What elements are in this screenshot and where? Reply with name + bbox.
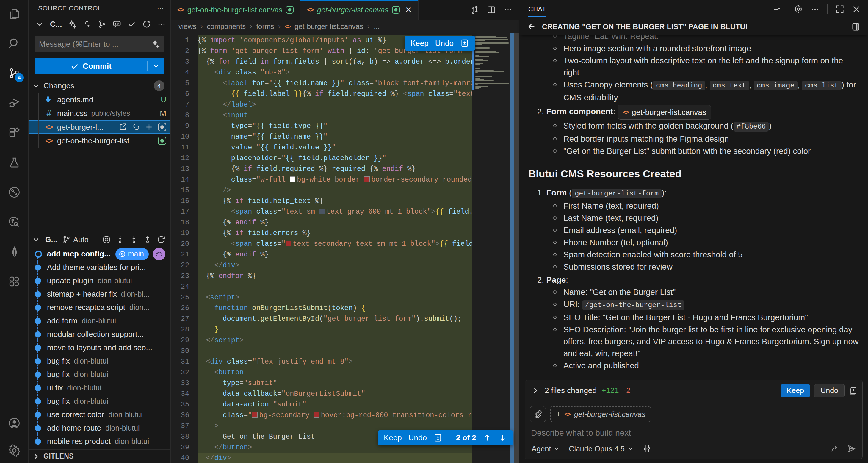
changes-section-header[interactable]: Changes 4	[29, 79, 170, 93]
breadcrumb-item[interactable]: views	[179, 22, 196, 31]
close-tab-icon[interactable]: ✕	[405, 5, 412, 14]
attached-file-chip[interactable]: + <> get-burger-list.canvas	[550, 406, 651, 422]
editor-tab[interactable]: <>get-burger-list.canvas✕	[301, 0, 418, 20]
paperclip-icon[interactable]	[530, 406, 546, 422]
redo-arrow-icon[interactable]	[830, 444, 839, 453]
file-row[interactable]: #main.csspublic/stylesM	[29, 106, 170, 120]
expand-icon[interactable]	[835, 5, 844, 14]
diff-file-icon[interactable]	[433, 433, 442, 442]
breadcrumb-item[interactable]: ...	[374, 22, 379, 31]
refresh-icon[interactable]	[157, 235, 166, 244]
undo-button[interactable]: Undo	[435, 39, 454, 48]
branch-create-icon[interactable]	[83, 20, 92, 29]
commit-row[interactable]: bug fixdion-blutui	[29, 354, 170, 368]
keep-button[interactable]: Keep	[410, 39, 429, 48]
more-icon[interactable]	[157, 20, 166, 29]
git-graph-circle-icon[interactable]	[7, 185, 22, 199]
open-in-editor-icon[interactable]	[851, 22, 860, 31]
blocks-icon[interactable]	[7, 274, 22, 289]
cloud-sync-icon[interactable]	[153, 248, 165, 260]
close-icon[interactable]	[852, 5, 861, 14]
diff-file-icon[interactable]	[849, 386, 858, 395]
account-icon[interactable]	[7, 416, 22, 430]
open-file-icon[interactable]	[119, 123, 127, 131]
extensions-icon[interactable]	[7, 126, 22, 140]
chevron-right-icon[interactable]	[531, 386, 540, 395]
commit-button[interactable]: Commit	[34, 58, 164, 74]
commit-row[interactable]: ui fixdion-blutui	[29, 381, 170, 395]
chat-more-icon[interactable]	[811, 5, 819, 14]
chat-tab[interactable]: CHAT	[528, 0, 546, 19]
more-icon[interactable]	[504, 5, 513, 14]
editor-scrollbar[interactable]	[514, 33, 519, 463]
breadcrumb[interactable]: views›components›forms›<>get-burger-list…	[171, 20, 519, 33]
editor-tab[interactable]: <>get-on-the-burger-list.canvas	[171, 0, 301, 20]
check-icon[interactable]	[127, 20, 136, 29]
tools-icon[interactable]	[643, 444, 651, 453]
git-graph-search-icon[interactable]	[7, 215, 22, 229]
commit-row[interactable]: sitemap + header fixdion-bl...	[29, 287, 170, 301]
breadcrumb-item[interactable]: forms	[256, 22, 274, 31]
auto-label[interactable]: Auto	[73, 235, 88, 244]
commit-row[interactable]: modular collection support...	[29, 328, 170, 341]
commit-message-icon[interactable]	[113, 20, 121, 29]
run-debug-icon[interactable]	[7, 96, 22, 110]
breadcrumb-item[interactable]: get-burger-list.canvas	[294, 22, 363, 31]
split-editor-icon[interactable]	[487, 5, 496, 14]
file-row[interactable]: agents.mdU	[29, 93, 170, 106]
refresh-icon[interactable]	[142, 20, 151, 29]
agent-mode-dropdown[interactable]: Agent	[532, 444, 560, 453]
model-dropdown[interactable]: Claude Opus 4.5	[569, 444, 633, 453]
target-icon[interactable]	[102, 235, 111, 244]
send-icon[interactable]	[847, 444, 856, 453]
diff-file-icon[interactable]	[460, 39, 469, 48]
graph-section-header[interactable]: G... Auto	[29, 233, 170, 247]
files-changed-summary[interactable]: 2 files changed	[545, 386, 597, 395]
commit-row[interactable]: remove recaptca scriptdion...	[29, 301, 170, 314]
commit-message-input[interactable]	[39, 39, 151, 49]
undo-button[interactable]: Undo	[408, 433, 427, 442]
source-control-icon[interactable]: 4	[7, 66, 22, 80]
sparkle-icon[interactable]	[68, 20, 77, 29]
commit-row[interactable]: Add theme variables for pri...	[29, 261, 170, 274]
commit-row[interactable]: add formdion-blutui	[29, 314, 170, 328]
branch-main-badge[interactable]: main	[116, 248, 149, 260]
file-row[interactable]: <>get-burger-l...	[29, 120, 170, 134]
commit-row[interactable]: bug fixdion-blutui	[29, 395, 170, 408]
sidebar-more-icon[interactable]: ···	[157, 4, 164, 12]
commit-row[interactable]: mobile res productdion-blutui	[29, 435, 170, 448]
code-editor[interactable]: 1{% import 'components/global/inputs' as…	[171, 33, 519, 463]
settings-gear-icon[interactable]	[7, 443, 22, 458]
open-changes-icon[interactable]	[470, 5, 479, 14]
arrow-up-icon[interactable]	[483, 433, 492, 442]
breadcrumb-item[interactable]: components	[207, 22, 246, 31]
commit-row[interactable]: bug fixdion-blutui	[29, 368, 170, 381]
commit-dropdown-icon[interactable]	[148, 62, 164, 70]
explorer-icon[interactable]	[7, 6, 22, 21]
chat-settings-gear-icon[interactable]	[794, 5, 803, 14]
commit-row[interactable]: add home routedion-blutui	[29, 421, 170, 435]
pull-icon[interactable]	[129, 235, 138, 244]
gitlens-section-header[interactable]: GITLENS	[29, 449, 170, 463]
file-reference-chip[interactable]: <>get-burger-list.canvas	[618, 105, 711, 120]
commit-row[interactable]: use correct colordion-blutui	[29, 408, 170, 421]
new-chat-icon[interactable]	[773, 5, 786, 14]
sparkle-icon[interactable]	[151, 39, 160, 49]
undo-button[interactable]: Undo	[814, 384, 844, 397]
file-row[interactable]: <>get-on-the-burger-list...	[29, 134, 170, 148]
stage-plus-icon[interactable]	[145, 123, 153, 131]
chat-input[interactable]: Describe what to build next	[525, 424, 862, 439]
discard-icon[interactable]	[132, 123, 140, 131]
commit-row[interactable]: move to layouts and add seo...	[29, 341, 170, 354]
fetch-icon[interactable]	[116, 235, 125, 244]
commit-row[interactable]: update plugindion-blutui	[29, 274, 170, 287]
keep-button[interactable]: Keep	[384, 433, 402, 442]
chevron-down-icon[interactable]	[35, 20, 44, 29]
commit-row[interactable]: add mcp config...main	[29, 247, 170, 261]
back-arrow-icon[interactable]	[527, 22, 536, 31]
keep-button[interactable]: Keep	[781, 384, 810, 397]
search-icon[interactable]	[7, 36, 22, 51]
git-graph-icon[interactable]	[98, 20, 106, 29]
arrow-down-icon[interactable]	[498, 433, 507, 442]
minimap[interactable]	[472, 33, 510, 463]
